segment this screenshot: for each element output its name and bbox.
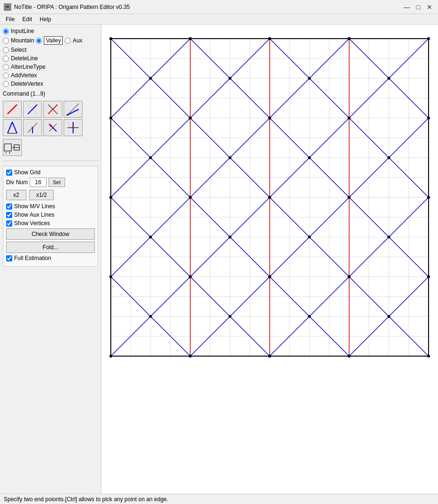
cmd-btn-7[interactable] (43, 119, 62, 136)
maximize-button[interactable]: □ (413, 2, 423, 12)
set-button[interactable]: Set (49, 178, 65, 187)
show-mv-lines-checkbox[interactable] (6, 203, 12, 210)
show-aux-lines-row[interactable]: Show Aux Lines (6, 211, 95, 218)
cmd-btn-2[interactable] (23, 101, 42, 118)
show-vertices-checkbox[interactable] (6, 220, 12, 227)
radio-inputline-label: InputLine (11, 28, 34, 34)
check-window-button[interactable]: Check Window (6, 228, 95, 240)
svg-line-9 (12, 122, 17, 133)
radio-mountain-label: Mountain (11, 37, 34, 44)
title-bar: ✏ NoTitle - ORIPA : Origami Pattern Edit… (0, 0, 438, 14)
fold-button[interactable]: Fold... (6, 242, 95, 253)
svg-line-8 (8, 122, 12, 133)
command-buttons (3, 101, 98, 136)
div-num-row: Div Num Set (6, 178, 95, 187)
scale-btn-row: x2 x1/2 (6, 190, 95, 200)
radio-alterlinetype-label: AlterLineType (11, 64, 45, 70)
close-button[interactable]: ✕ (425, 2, 434, 12)
radio-alterlinetype[interactable]: AlterLineType (3, 63, 98, 71)
show-grid-row[interactable]: Show Grid (6, 169, 95, 176)
window-controls: — □ ✕ (402, 2, 434, 12)
svg-rect-21 (4, 144, 11, 151)
minimize-button[interactable]: — (402, 2, 412, 12)
menu-file[interactable]: File (2, 15, 18, 23)
menu-help[interactable]: Help (36, 15, 55, 23)
radio-addvertex[interactable]: AddVertex (3, 72, 98, 79)
cmd-btn-8[interactable] (64, 119, 83, 136)
radio-deleteline-label: DeleteLine (11, 55, 38, 62)
radio-deletevertex[interactable]: DeleteVertex (3, 80, 98, 88)
show-aux-lines-label: Show Aux Lines (14, 211, 54, 218)
svg-line-0 (8, 105, 17, 114)
extra-btn-row (3, 139, 98, 156)
command-section-label: Command (1...9) (3, 90, 98, 97)
show-grid-label: Show Grid (14, 169, 41, 176)
origami-canvas[interactable] (101, 24, 438, 494)
svg-line-1 (28, 105, 37, 114)
div-num-input[interactable] (30, 178, 47, 187)
left-panel: InputLine Mountain Valley Aux Select Del… (0, 24, 101, 494)
app-icon: ✏ (4, 3, 11, 11)
options-section: Show Grid Div Num Set x2 x1/2 Show M/V L… (3, 166, 98, 267)
radio-addvertex-label: AddVertex (11, 72, 37, 79)
show-grid-checkbox[interactable] (6, 170, 12, 176)
full-estimation-checkbox[interactable] (6, 255, 12, 261)
show-vertices-label: Show Vertices (14, 220, 50, 227)
svg-point-7 (66, 114, 68, 116)
canvas-area[interactable] (101, 24, 438, 494)
svg-line-6 (67, 109, 79, 115)
show-mv-lines-label: Show M/V Lines (14, 203, 55, 210)
status-text: Specify two end poionts.[Ctrl] allows to… (4, 496, 168, 503)
x1-2-button[interactable]: x1/2 (29, 190, 54, 200)
separator-1 (3, 161, 98, 161)
radio-select-label: Select (11, 47, 26, 53)
show-vertices-row[interactable]: Show Vertices (6, 220, 95, 227)
window-title: NoTitle - ORIPA : Origami Pattern Editor… (14, 4, 402, 10)
cmd-btn-3[interactable] (43, 101, 62, 118)
main-area: InputLine Mountain Valley Aux Select Del… (0, 24, 438, 494)
full-estimation-row[interactable]: Full Estimation (6, 255, 95, 261)
svg-point-16 (50, 125, 52, 127)
cmd-btn-4[interactable] (64, 101, 83, 118)
show-aux-lines-checkbox[interactable] (6, 212, 12, 218)
radio-deletevertex-label: DeleteVertex (11, 81, 43, 87)
extra-btn[interactable] (3, 139, 22, 156)
radio-aux-label: Aux (73, 37, 83, 44)
cmd-btn-1[interactable] (3, 101, 22, 118)
div-num-label: Div Num (6, 179, 28, 186)
svg-point-13 (32, 127, 33, 129)
full-estimation-label: Full Estimation (14, 255, 51, 261)
cmd-btn-6[interactable] (23, 119, 42, 136)
radio-deleteline[interactable]: DeleteLine (3, 55, 98, 62)
show-mv-lines-row[interactable]: Show M/V Lines (6, 203, 95, 210)
radio-valley-label: Valley (44, 36, 63, 45)
status-bar: Specify two end poionts.[Ctrl] allows to… (0, 494, 438, 504)
svg-line-5 (67, 104, 79, 115)
x2-button[interactable]: x2 (6, 190, 26, 200)
cmd-btn-5[interactable] (3, 119, 22, 136)
radio-line-types: Mountain Valley Aux (3, 36, 98, 45)
radio-inputline[interactable]: InputLine (3, 27, 98, 35)
menu-edit[interactable]: Edit (18, 15, 36, 23)
radio-select[interactable]: Select (3, 46, 98, 54)
menu-bar: File Edit Help (0, 14, 438, 24)
